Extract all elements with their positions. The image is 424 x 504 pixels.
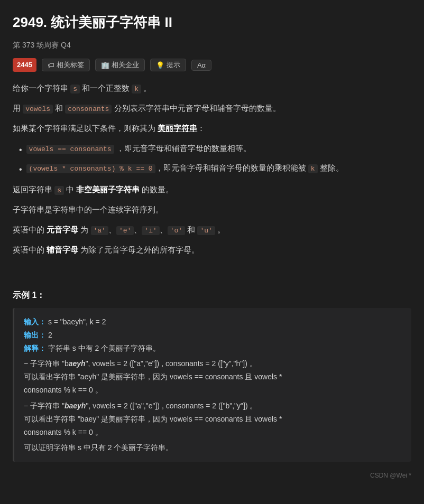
related-tags-button[interactable]: 🏷 相关标签 xyxy=(42,59,90,71)
detail-2-line: − 子字符串 "baeyh", vowels = 2 (["a","e"]) ,… xyxy=(24,399,402,413)
hint-icon: 💡 xyxy=(156,61,164,69)
detail-2-cont: 可以看出字符串 "baey" 是美丽字符串，因为 vowels == conso… xyxy=(24,413,402,426)
example-explanation-line: 解释： 字符串 s 中有 2 个美丽子字符串。 xyxy=(24,342,402,355)
vowel-term: 元音字母 xyxy=(47,225,78,234)
related-company-button[interactable]: 🏢 相关企业 xyxy=(95,59,145,71)
vowel-o: 'o' xyxy=(168,226,185,235)
output-value: 2 xyxy=(48,331,52,339)
condition2-code: (vowels * consonants) % k == 0 xyxy=(26,164,155,173)
example-output-line: 输出： 2 xyxy=(24,329,402,342)
company-icon: 🏢 xyxy=(101,61,109,69)
detail-1-cont: 可以看出字符串 "aeyh" 是美丽字符串，因为 vowels == conso… xyxy=(24,370,402,384)
difficulty-badge: 2445 xyxy=(13,58,36,72)
vowel-def: 英语中的 元音字母 为 'a'、'e'、'i'、'o' 和 'u' 。 xyxy=(13,223,411,237)
desc-line2: 用 vowels 和 consonants 分别表示字符串中元音字母和辅音字母的… xyxy=(13,101,411,115)
example-input-line: 输入： s = "baeyh", k = 2 xyxy=(24,315,402,329)
tag-icon: 🏷 xyxy=(48,61,54,69)
input-label: 输入： xyxy=(24,318,46,326)
vowel-i: 'i' xyxy=(142,226,159,235)
detail-1-line: − 子字符串 "baeyh", vowels = 2 (["a","e"]) ,… xyxy=(24,357,402,370)
bullet-dot-2: • xyxy=(19,162,22,176)
hint-button[interactable]: 💡 提示 xyxy=(150,59,186,71)
condition-1-text: vowels == consonants ，即元音字母和辅音字母的数量相等。 xyxy=(26,142,251,155)
substring-def: 子字符串是字符串中的一个连续字符序列。 xyxy=(13,203,411,217)
detail-2-cont2: consonants % k == 0 。 xyxy=(24,426,402,439)
condition-1: • vowels == consonants ，即元音字母和辅音字母的数量相等。 xyxy=(19,142,411,157)
consonant-def: 英语中的 辅音字母 为除了元音字母之外的所有字母。 xyxy=(13,243,411,257)
condition-2-text: (vowels * consonants) % k == 0，即元音字母和辅音字… xyxy=(26,161,344,175)
bullet-dot-1: • xyxy=(19,143,22,157)
beautiful-term: 美丽字符串 xyxy=(158,124,197,133)
tags-row: 2445 🏷 相关标签 🏢 相关企业 💡 提示 Aα xyxy=(13,58,411,72)
input-value: s = "baeyh", k = 2 xyxy=(48,318,106,326)
conditions-list: • vowels == consonants ，即元音字母和辅音字母的数量相等。… xyxy=(13,142,411,176)
s-inline: s xyxy=(54,186,64,195)
hint-label: 提示 xyxy=(167,60,180,70)
explanation-label: 解释： xyxy=(24,344,46,352)
contest-subtitle: 第 373 场周赛 Q4 xyxy=(13,39,411,52)
example-title: 示例 1： xyxy=(13,288,411,302)
condition-intro: 如果某个字符串满足以下条件，则称其为 美丽字符串： xyxy=(13,122,411,135)
consonants-code: consonants xyxy=(65,105,112,114)
footer-credit: CSDN @Wei * xyxy=(13,470,411,481)
related-tags-label: 相关标签 xyxy=(57,60,84,70)
desc-line1: 给你一个字符串 s 和一个正整数 k 。 xyxy=(13,81,411,95)
divider xyxy=(13,263,411,275)
explanation-text: 字符串 s 中有 2 个美丽子字符串。 xyxy=(48,344,160,352)
k-inline: k xyxy=(308,164,318,173)
vowel-u: 'u' xyxy=(197,226,215,235)
vowels-code: vowels xyxy=(23,105,53,114)
k-code: k xyxy=(132,85,141,94)
conclusion-line: 可以证明字符串 s 中只有 2 个美丽子字符串。 xyxy=(24,441,402,454)
vowel-e: 'e' xyxy=(116,226,134,235)
example-box: 输入： s = "baeyh", k = 2 输出： 2 解释： 字符串 s 中… xyxy=(13,308,411,462)
condition-2: • (vowels * consonants) % k == 0，即元音字母和辅… xyxy=(19,161,411,176)
detail-1-cont2: consonants % k == 0 。 xyxy=(24,384,402,397)
condition1-code: vowels == consonants xyxy=(26,145,114,154)
return-line: 返回字符串 s 中 非空美丽子字符串 的数量。 xyxy=(13,183,411,197)
output-label: 输出： xyxy=(24,331,46,339)
consonant-term: 辅音字母 xyxy=(47,245,78,254)
page-title: 2949. 统计美丽子字符串 II xyxy=(13,11,411,34)
detail2-italic: baeyh xyxy=(64,402,86,410)
font-icon: Aα xyxy=(197,61,206,69)
example-section: 示例 1： 输入： s = "baeyh", k = 2 输出： 2 解释： 字… xyxy=(13,288,411,462)
vowel-a: 'a' xyxy=(91,226,108,235)
non-empty-beautiful-term: 非空美丽子字符串 xyxy=(76,185,140,194)
related-company-label: 相关企业 xyxy=(112,60,139,70)
detail1-italic: aeyh xyxy=(69,359,86,368)
s-code: s xyxy=(70,85,80,94)
font-button[interactable]: Aα xyxy=(191,60,211,71)
